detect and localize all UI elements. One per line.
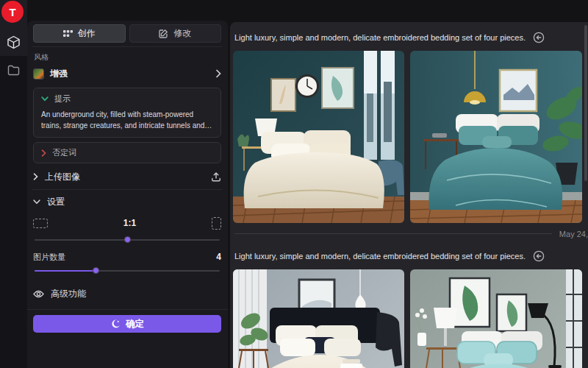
generated-image-4[interactable]: [410, 269, 582, 368]
generated-image-2[interactable]: [410, 51, 582, 223]
feed-prompt-row: Light luxury, simple and modern, delicat…: [233, 22, 588, 51]
chevron-down-icon[interactable]: [41, 96, 49, 102]
feed-prompt-text: Light luxury, simple and modern, delicat…: [234, 33, 526, 42]
image-count-slider[interactable]: [35, 266, 220, 274]
prompt-card[interactable]: 提示 An underground city, filled with stea…: [33, 88, 221, 138]
settings-row[interactable]: 设置: [33, 194, 221, 210]
image-grid: [233, 51, 588, 223]
date-label: May 24,: [559, 230, 588, 238]
prompt-input[interactable]: An underground city, filled with steam-p…: [41, 109, 213, 131]
upload-section-label: 上传图像: [45, 171, 80, 183]
mode-tabs: 创作 修改: [33, 24, 221, 43]
advanced-features-label: 高级功能: [51, 288, 86, 300]
confirm-button-label: 确定: [126, 318, 144, 330]
settings-section-label: 设置: [47, 196, 65, 208]
advanced-features-row[interactable]: 高级功能: [33, 287, 221, 300]
style-value: 增强: [50, 68, 209, 80]
image-count-label: 图片数量: [33, 252, 216, 263]
eye-icon: [33, 290, 44, 298]
crescent-moon-icon: [110, 319, 121, 329]
avatar[interactable]: T: [1, 1, 24, 23]
divider: [32, 46, 222, 47]
chevron-right-icon: [33, 173, 38, 180]
upload-icon[interactable]: [211, 171, 221, 182]
tab-modify-label: 修改: [173, 27, 191, 40]
image-count-value: 4: [216, 252, 221, 262]
upload-image-row[interactable]: 上传图像: [33, 169, 221, 185]
date-divider: May 24,: [233, 223, 588, 244]
prompt-section-label: 提示: [54, 93, 71, 105]
landscape-ratio-icon[interactable]: [33, 219, 48, 228]
generated-image-1[interactable]: [233, 51, 404, 223]
cube-icon[interactable]: [0, 35, 27, 49]
image-grid: [233, 269, 588, 368]
generation-panel: 创作 修改 风格 增强: [27, 21, 228, 368]
grid-icon: [63, 29, 73, 38]
style-thumbnail: [33, 68, 44, 79]
generated-image-3[interactable]: [233, 269, 404, 368]
slider-thumb[interactable]: [124, 236, 131, 243]
divider: [32, 189, 222, 190]
divider-line: [234, 233, 552, 234]
confirm-button[interactable]: 确定: [33, 315, 221, 333]
tab-create[interactable]: 创作: [33, 24, 126, 43]
style-selector[interactable]: 增强: [33, 66, 221, 82]
chevron-down-icon: [33, 199, 40, 205]
portrait-ratio-icon[interactable]: [212, 217, 221, 230]
aspect-ratio-row: 1:1: [33, 215, 221, 231]
divider: [27, 309, 228, 310]
slider-thumb[interactable]: [93, 267, 99, 274]
style-section-label: 风格: [34, 52, 221, 63]
image-count-row: 图片数量 4: [33, 252, 221, 262]
edit-icon: [159, 29, 168, 38]
folder-icon[interactable]: [0, 65, 27, 76]
icon-rail: T: [0, 0, 27, 368]
feed-prompt-row: Light luxury, simple and modern, delicat…: [233, 244, 588, 269]
app-window: T 创作: [0, 0, 588, 368]
results-feed: Light luxury, simple and modern, delicat…: [230, 22, 588, 368]
chevron-right-icon[interactable]: [41, 149, 46, 157]
scrollbar[interactable]: [584, 25, 587, 181]
aspect-ratio-slider[interactable]: [35, 236, 220, 243]
chevron-right-icon: [215, 69, 221, 78]
negative-prompt-card[interactable]: 否定词: [33, 142, 221, 163]
tab-create-label: 创作: [78, 27, 96, 40]
negative-section-label: 否定词: [52, 147, 76, 158]
reuse-prompt-icon[interactable]: [533, 32, 545, 43]
tab-modify[interactable]: 修改: [129, 24, 222, 43]
reuse-prompt-icon[interactable]: [533, 250, 545, 262]
aspect-ratio-value: 1:1: [48, 218, 212, 228]
feed-prompt-text: Light luxury, simple and modern, delicat…: [234, 252, 526, 261]
